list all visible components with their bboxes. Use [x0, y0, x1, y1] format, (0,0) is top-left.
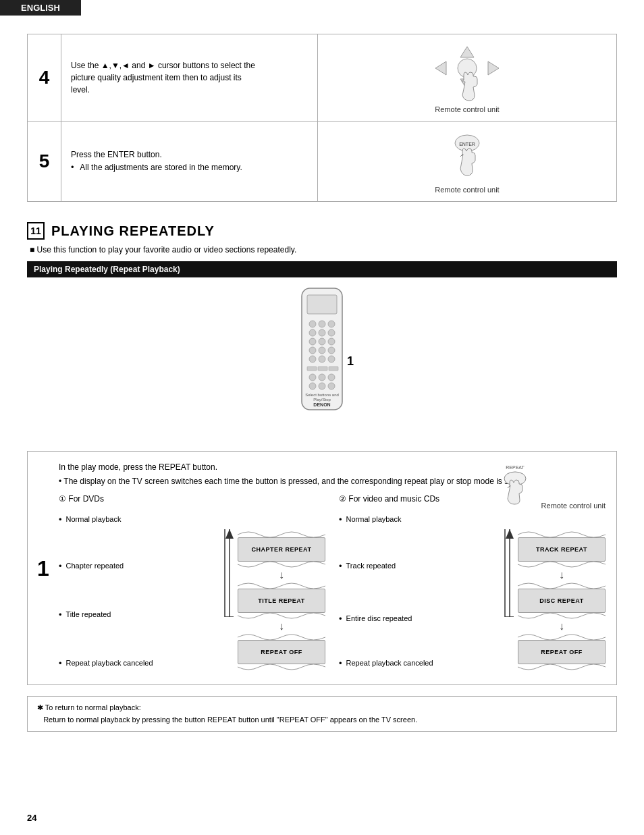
cd-arrow-down-1: ↓: [559, 570, 564, 581]
cd-loop-arrow-svg: [503, 529, 516, 617]
svg-point-18: [309, 347, 316, 354]
cd-labels: • Normal playback • Track repeated •: [339, 509, 498, 675]
step-5-number: 5: [28, 122, 61, 202]
dvd-label-0: • Normal playback: [59, 509, 217, 529]
step-4-text: Use the ▲,▼,◄ and ► cursor buttons to se…: [61, 34, 318, 122]
header-bar: ENGLISH: [0, 0, 81, 16]
svg-point-11: [328, 321, 335, 327]
dvd-flow-diagram: • Normal playback • Chapter repeated •: [59, 509, 325, 675]
section-title: PLAYING REPEATEDLY: [51, 223, 215, 239]
dvd-labels: • Normal playback • Chapter repeated •: [59, 509, 217, 675]
svg-point-20: [328, 347, 335, 354]
svg-text:REPEAT: REPEAT: [506, 465, 525, 470]
steps-table: 4 Use the ▲,▼,◄ and ► cursor buttons to …: [27, 34, 617, 202]
step-4-number: 4: [28, 34, 61, 122]
step-5-image: ENTER Remote control unit: [318, 122, 617, 202]
repeat-button-svg: REPEAT: [491, 461, 539, 508]
title-repeat-box: TITLE REPEAT: [238, 589, 325, 613]
cd-column: ② For video and music CDs • Normal playb…: [332, 494, 606, 675]
svg-point-15: [309, 338, 316, 345]
svg-rect-8: [307, 295, 337, 314]
svg-point-17: [328, 338, 335, 345]
dvd-repeat-off-box: REPEAT OFF: [238, 640, 325, 664]
svg-point-12: [309, 329, 316, 336]
cd-wavy-top-3: [518, 632, 606, 640]
cd-label-3: • Repeat playback canceled: [339, 651, 498, 675]
svg-point-32: [328, 383, 335, 389]
svg-point-31: [319, 383, 325, 389]
dvd-label-3: • Repeat playback canceled: [59, 651, 217, 675]
svg-point-10: [319, 321, 325, 327]
columns-area: ① For DVDs • Normal playback • Chapter: [59, 494, 606, 675]
header-label: ENGLISH: [21, 3, 60, 13]
svg-text:ENTER: ENTER: [459, 142, 475, 146]
cd-label-0: • Normal playback: [339, 509, 498, 529]
svg-text:Play/Stop: Play/Stop: [313, 398, 331, 402]
cd-label-1: • Track repeated: [339, 554, 498, 578]
svg-point-27: [309, 374, 316, 381]
svg-rect-24: [307, 367, 317, 371]
svg-point-29: [328, 374, 335, 381]
svg-rect-25: [318, 367, 327, 371]
footer-note-line1: To return to normal playback:: [45, 703, 141, 711]
track-repeat-box: TRACK REPEAT: [518, 537, 606, 562]
svg-text:DENON: DENON: [313, 402, 330, 407]
direction-pad-svg: [430, 41, 504, 102]
section-number-box: 11: [27, 222, 45, 240]
svg-point-14: [328, 329, 335, 336]
step-1-number: 1: [37, 558, 49, 579]
section-title-row: 11 PLAYING REPEATEDLY: [27, 222, 617, 240]
instruction-box: 1 REPEAT Remote control unit In the play…: [27, 451, 617, 685]
svg-point-28: [319, 374, 325, 381]
page-number: 24: [27, 813, 36, 823]
svg-point-22: [319, 356, 325, 362]
svg-point-23: [328, 356, 335, 362]
footer-note-line2: Return to normal playback by pressing th…: [43, 716, 417, 724]
cd-flow-diagram: • Normal playback • Track repeated •: [339, 509, 606, 675]
wavy-top-2: [238, 581, 325, 589]
chapter-repeat-box: CHAPTER REPEAT: [238, 537, 325, 562]
cd-arrow-down-2: ↓: [559, 621, 564, 632]
disc-repeat-box: DISC REPEAT: [518, 589, 606, 613]
instruction-inner: REPEAT Remote control unit In the play m…: [59, 461, 606, 675]
arrow-down-1: ↓: [279, 570, 284, 581]
dvd-col-title: ① For DVDs: [59, 494, 325, 504]
svg-marker-3: [488, 61, 499, 75]
cd-repeat-off-box: REPEAT OFF: [518, 640, 606, 664]
svg-point-16: [319, 338, 325, 345]
table-row: 5 Press the ENTER button. • All the adju…: [28, 122, 617, 202]
diagram-marker-1: 1: [347, 354, 354, 369]
cd-label-2: • Entire disc repeated: [339, 602, 498, 635]
footer-note: ✱ To return to normal playback: Return t…: [27, 696, 617, 732]
wavy-top-3: [238, 632, 325, 640]
remote-image-area: Select buttons and Play/Stop DENON 1: [27, 287, 617, 437]
step-4-remote-label: Remote control unit: [435, 105, 499, 113]
dvd-column: ① For DVDs • Normal playback • Chapter: [59, 494, 332, 675]
step-5-remote-label: Remote control unit: [435, 186, 499, 194]
wavy-top-1: [238, 529, 325, 537]
step-4-image: Remote control unit: [318, 34, 617, 122]
cd-wavy-top-2: [518, 581, 606, 589]
svg-marker-0: [460, 47, 474, 57]
svg-point-21: [309, 356, 316, 362]
svg-text:Select buttons and: Select buttons and: [305, 393, 339, 397]
dvd-label-1: • Chapter repeated: [59, 554, 217, 578]
svg-point-30: [309, 383, 316, 389]
svg-point-19: [319, 347, 325, 354]
subsection-bar: Playing Repeatedly (Repeat Playback): [27, 261, 617, 277]
section-desc: ■ Use this function to play your favorit…: [30, 245, 617, 254]
cd-wavy-top-1: [518, 529, 606, 537]
dvd-label-2: • Title repeated: [59, 602, 217, 626]
step-5-text: Press the ENTER button. • All the adjust…: [61, 122, 318, 202]
svg-point-13: [319, 329, 325, 336]
svg-rect-26: [329, 367, 338, 371]
table-row: 4 Use the ▲,▼,◄ and ► cursor buttons to …: [28, 34, 617, 122]
dvd-loop-arrow-svg: [223, 529, 236, 617]
footer-asterisk: ✱: [37, 703, 43, 711]
svg-point-9: [309, 321, 316, 327]
repeat-remote-area: REPEAT Remote control unit: [491, 461, 606, 510]
wavy-bottom-3: [238, 664, 325, 672]
svg-marker-2: [435, 61, 446, 75]
cd-wavy-bottom-3: [518, 664, 606, 672]
arrow-down-2: ↓: [279, 621, 284, 632]
